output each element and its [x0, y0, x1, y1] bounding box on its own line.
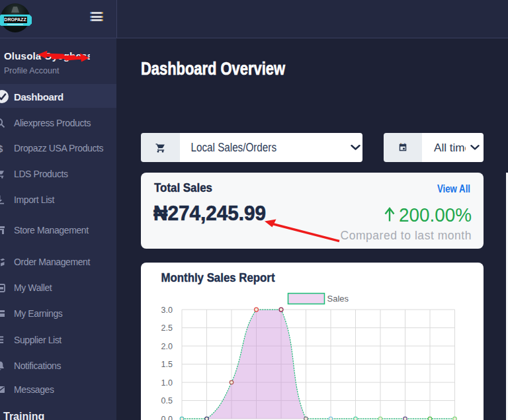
svg-text:Sales: Sales	[327, 294, 349, 304]
svg-text:0.5: 0.5	[161, 396, 173, 405]
svg-text:1.5: 1.5	[161, 360, 173, 369]
svg-text:3.0: 3.0	[161, 306, 173, 315]
svg-text:1.0: 1.0	[161, 378, 173, 388]
svg-text:$: $	[0, 143, 3, 153]
svg-text:0.0: 0.0	[161, 415, 173, 420]
svg-text:2.5: 2.5	[161, 323, 173, 333]
svg-text:2.0: 2.0	[161, 342, 173, 351]
svg-text:Dashboard Overview: Dashboard Overview	[141, 58, 286, 79]
